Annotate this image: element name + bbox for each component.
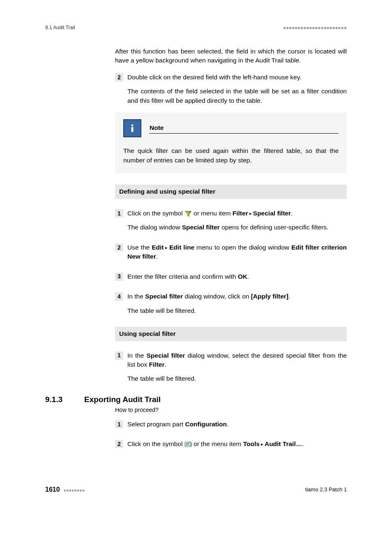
- step-row: 1 Select program part Configuration.: [115, 420, 347, 429]
- step-text: Click on the symbol or the menu item Too…: [127, 439, 347, 449]
- step-number: 2: [115, 243, 123, 252]
- note-box: Note The quick filter can be used again …: [115, 113, 347, 173]
- steps-export: 1 Select program part Configuration. 2 C…: [115, 420, 347, 449]
- section-title: Exporting Audit Trail: [84, 395, 161, 404]
- step-number: 2: [115, 440, 123, 448]
- step-text: Select program part Configuration.: [127, 420, 347, 429]
- step-body: In the Special filter dialog window, cli…: [127, 292, 347, 315]
- step-text: The contents of the field selected in th…: [127, 87, 347, 105]
- step-text: The table will be filtered.: [127, 306, 347, 315]
- footer-left: 1610 ■■■■■■■■: [45, 486, 85, 493]
- step-number: 2: [115, 73, 123, 81]
- h2-export: 9.1.3 Exporting Audit Trail: [45, 395, 347, 404]
- note-body: The quick filter can be used again withi…: [123, 146, 339, 165]
- steps-define: 1 Click on the symbol or menu item Filte…: [115, 209, 347, 315]
- step-row: 2 Click on the symbol or the menu item T…: [115, 439, 347, 449]
- step-number: 3: [115, 273, 123, 281]
- audit-trail-icon: [184, 441, 192, 448]
- quick-filter-step2: 2 Double click on the desired field with…: [115, 73, 347, 105]
- step-body: Enter the filter criteria and confirm wi…: [127, 272, 347, 281]
- step-number: 4: [115, 292, 123, 301]
- step-row: 1 Click on the symbol or menu item Filte…: [115, 209, 347, 232]
- note-title: Note: [150, 123, 339, 134]
- step-body: Select program part Configuration.: [127, 420, 347, 429]
- intro-paragraph-block: After this function has been selected, t…: [115, 47, 347, 65]
- step-text: The table will be filtered.: [127, 374, 347, 383]
- steps-group: 1 Select program part Configuration. 2 C…: [115, 420, 347, 449]
- page: 9.1 Audit Trail ■■■■■■■■■■■■■■■■■■■■■■ A…: [0, 0, 392, 518]
- step-number: 1: [115, 352, 123, 360]
- note-block: Note The quick filter can be used again …: [115, 113, 347, 173]
- section-heading: Defining and using special filter: [115, 185, 347, 199]
- step-body: Use the Edit ▸ Edit line menu to open th…: [127, 243, 347, 261]
- note-head: Note: [123, 119, 339, 137]
- step-text: In the Special filter dialog window, cli…: [127, 292, 347, 301]
- step-row: 3 Enter the filter criteria and confirm …: [115, 272, 347, 281]
- step-text: Double click on the desired field with t…: [127, 73, 347, 82]
- svg-rect-1: [131, 127, 134, 132]
- step-body: In the Special filter dialog window, sel…: [127, 351, 347, 384]
- info-icon: [123, 119, 141, 137]
- header-left: 9.1 Audit Trail: [45, 25, 75, 30]
- step-row: 2 Use the Edit ▸ Edit line menu to open …: [115, 243, 347, 261]
- page-number: 1610: [45, 486, 60, 493]
- footer-right: tiamo 2.3 Patch 1: [305, 486, 347, 493]
- page-footer: 1610 ■■■■■■■■ tiamo 2.3 Patch 1: [45, 486, 347, 493]
- proceed-label: How to proceed?: [115, 407, 347, 413]
- step-text: In the Special filter dialog window, sel…: [127, 351, 347, 370]
- section-heading: Using special filter: [115, 327, 347, 341]
- step-body: Click on the symbol or menu item Filter …: [127, 209, 347, 232]
- step-number: 1: [115, 420, 123, 428]
- step-body: Click on the symbol or the menu item Too…: [127, 439, 347, 449]
- section-number: 9.1.3: [45, 395, 84, 404]
- step-body: Double click on the desired field with t…: [127, 73, 347, 105]
- step-text: Click on the symbol or menu item Filter …: [127, 209, 347, 218]
- step-row: 2 Double click on the desired field with…: [115, 73, 347, 105]
- footer-ornament: ■■■■■■■■: [64, 488, 85, 493]
- steps-use: 1 In the Special filter dialog window, s…: [115, 351, 347, 384]
- step-text: Enter the filter criteria and confirm wi…: [127, 272, 347, 281]
- step-number: 1: [115, 209, 123, 217]
- step-text: Use the Edit ▸ Edit line menu to open th…: [127, 243, 347, 261]
- page-header: 9.1 Audit Trail ■■■■■■■■■■■■■■■■■■■■■■: [45, 25, 347, 30]
- header-ornament: ■■■■■■■■■■■■■■■■■■■■■■: [283, 25, 347, 30]
- funnel-icon: [184, 210, 192, 217]
- intro-paragraph: After this function has been selected, t…: [115, 47, 347, 65]
- step-text: The dialog window Special filter opens f…: [127, 223, 347, 232]
- step-row: 1 In the Special filter dialog window, s…: [115, 351, 347, 384]
- step-row: 4 In the Special filter dialog window, c…: [115, 292, 347, 315]
- svg-point-0: [131, 125, 134, 127]
- section-define: Defining and using special filter 1 Clic…: [115, 185, 347, 384]
